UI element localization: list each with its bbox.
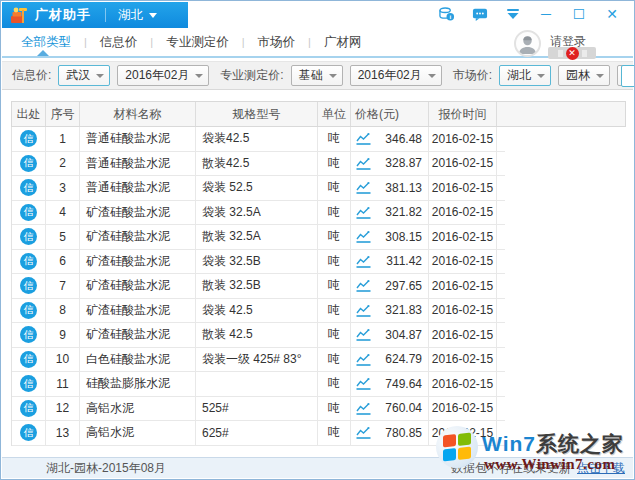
source-info-badge[interactable]: 信 — [20, 424, 37, 441]
minimize-button[interactable]: ─ — [538, 6, 554, 22]
info-city-dropdown[interactable]: 武汉 — [58, 65, 110, 86]
table-row[interactable]: 信 11 硅酸盐膨胀水泥 吨 749.64 2016-02-15 — [12, 372, 505, 397]
source-info-badge[interactable]: 信 — [20, 302, 37, 319]
tab-info-price[interactable]: 信息价 — [98, 34, 140, 51]
price-value: 749.64 — [385, 377, 422, 391]
price-trend-icon[interactable] — [355, 230, 372, 243]
source-info-badge[interactable]: 信 — [20, 204, 37, 221]
material-name: 硅酸盐膨胀水泥 — [80, 372, 196, 396]
source-info-badge[interactable]: 信 — [20, 130, 37, 147]
source-info-badge[interactable]: 信 — [20, 351, 37, 368]
maximize-button[interactable]: ☐ — [571, 6, 587, 22]
source-info-badge[interactable]: 信 — [20, 253, 37, 270]
table-row[interactable]: 信 7 矿渣硅酸盐水泥 散装 32.5B 吨 297.65 2016-02-15 — [12, 274, 505, 299]
price-trend-icon[interactable] — [355, 279, 372, 292]
tab-all-types[interactable]: 全部类型 — [19, 34, 73, 51]
source-info-badge[interactable]: 信 — [20, 155, 37, 172]
professional-type-dropdown[interactable]: 基础 — [291, 65, 343, 86]
price-trend-icon[interactable] — [355, 304, 372, 317]
download-link[interactable]: 点击下载 — [577, 460, 625, 477]
price-value: 760.04 — [385, 401, 422, 415]
tab-divider: | — [242, 36, 245, 48]
info-month-value: 2016年02月 — [125, 67, 189, 84]
price-value: 381.13 — [385, 181, 422, 195]
clipped-dropdown[interactable] — [621, 65, 635, 87]
table-row[interactable]: 信 3 普通硅酸盐水泥 袋装 52.5 吨 381.13 2016-02-15 — [12, 176, 505, 201]
source-info-badge[interactable]: 信 — [20, 179, 37, 196]
close-button[interactable]: ✕ — [604, 6, 620, 22]
active-tab-notch — [37, 50, 49, 56]
source-info-badge[interactable]: 信 — [20, 375, 37, 392]
price-trend-icon[interactable] — [355, 328, 372, 341]
unit: 吨 — [318, 421, 351, 445]
unit: 吨 — [318, 323, 351, 347]
region-selector[interactable]: 湖北 — [118, 7, 157, 24]
table-row[interactable]: 信 12 高铝水泥 525# 吨 760.04 2016-02-15 — [12, 397, 505, 422]
table-row[interactable]: 信 4 矿渣硅酸盐水泥 袋装 32.5A 吨 321.82 2016-02-15 — [12, 201, 505, 226]
price-value: 304.87 — [385, 328, 422, 342]
table-row[interactable]: 信 6 矿渣硅酸盐水泥 袋装 32.5B 吨 311.42 2016-02-15 — [12, 250, 505, 275]
quote-date: 2016-02-15 — [429, 274, 497, 298]
market-province-dropdown[interactable]: 湖北 — [499, 65, 551, 86]
price-trend-icon[interactable] — [355, 353, 372, 366]
price-value: 321.82 — [385, 205, 422, 219]
avatar[interactable] — [514, 30, 541, 57]
price-trend-icon[interactable] — [355, 402, 372, 415]
col-header-price: 价格(元) — [351, 102, 429, 126]
row-number: 2 — [46, 152, 80, 176]
row-number: 10 — [46, 348, 80, 372]
unit: 吨 — [318, 201, 351, 225]
market-category-dropdown[interactable]: 园林 — [558, 65, 610, 86]
table-row[interactable]: 信 13 高铝水泥 625# 吨 780.85 2016-02-15 — [12, 421, 505, 446]
table-header: 出处 序号 材料名称 规格型号 单位 价格(元) 报价时间 — [11, 101, 626, 127]
price-trend-icon[interactable] — [355, 426, 372, 439]
main-menu-arrow-icon[interactable] — [505, 6, 521, 22]
spec-model: 散装42.5 — [196, 152, 318, 176]
price-value: 311.42 — [386, 254, 422, 268]
info-month-dropdown[interactable]: 2016年02月 — [117, 65, 209, 86]
source-info-badge[interactable]: 信 — [20, 400, 37, 417]
material-name: 白色硅酸盐水泥 — [80, 348, 196, 372]
table-row[interactable]: 信 10 白色硅酸盐水泥 袋装一级 425# 83° 吨 624.79 2016… — [12, 348, 505, 373]
market-province-value: 湖北 — [507, 67, 531, 84]
row-number: 11 — [46, 372, 80, 396]
price-trend-icon[interactable] — [355, 255, 372, 268]
unit: 吨 — [318, 152, 351, 176]
professional-month-value: 2016年02月 — [358, 67, 422, 84]
price-trend-icon[interactable] — [355, 181, 372, 194]
price-value: 321.83 — [385, 303, 422, 317]
source-info-badge[interactable]: 信 — [20, 228, 37, 245]
price-trend-icon[interactable] — [355, 157, 372, 170]
price-value: 297.65 — [385, 279, 422, 293]
chevron-down-icon — [428, 74, 436, 78]
quote-date: 2016-02-15 — [429, 152, 497, 176]
table-row[interactable]: 信 1 普通硅酸盐水泥 袋装42.5 吨 346.48 2016-02-15 — [12, 127, 505, 152]
source-info-badge[interactable]: 信 — [20, 326, 37, 343]
tab-professional-price[interactable]: 专业测定价 — [164, 34, 231, 51]
message-icon[interactable] — [472, 6, 488, 22]
material-name: 矿渣硅酸盐水泥 — [80, 274, 196, 298]
source-info-badge[interactable]: 信 — [20, 277, 37, 294]
price-trend-icon[interactable] — [355, 206, 372, 219]
tab-market-price[interactable]: 市场价 — [256, 34, 298, 51]
unit: 吨 — [318, 397, 351, 421]
table-row[interactable]: 信 9 矿渣硅酸盐水泥 散装 42.5 吨 304.87 2016-02-15 — [12, 323, 505, 348]
professional-month-dropdown[interactable]: 2016年02月 — [350, 65, 442, 86]
price-table: 出处 序号 材料名称 规格型号 单位 价格(元) 报价时间 信 1 普通硅酸盐水… — [11, 101, 626, 446]
table-row[interactable]: 信 8 矿渣硅酸盐水泥 袋装 42.5 吨 321.83 2016-02-15 — [12, 299, 505, 324]
spec-model: 袋装42.5 — [196, 127, 318, 151]
market-category-value: 园林 — [566, 67, 590, 84]
material-name: 普通硅酸盐水泥 — [80, 152, 196, 176]
data-package-icon[interactable]: i — [439, 6, 455, 22]
price-trend-icon[interactable] — [355, 377, 372, 390]
row-number: 5 — [46, 225, 80, 249]
unit: 吨 — [318, 250, 351, 274]
quote-date: 2016-02-15 — [429, 421, 497, 445]
table-row[interactable]: 信 5 矿渣硅酸盐水泥 散装 32.5A 吨 308.15 2016-02-15 — [12, 225, 505, 250]
tab-gcw[interactable]: 广材网 — [322, 34, 364, 51]
table-row[interactable]: 信 2 普通硅酸盐水泥 散装42.5 吨 328.87 2016-02-15 — [12, 152, 505, 177]
price-trend-icon[interactable] — [355, 132, 372, 145]
quote-date: 2016-02-15 — [429, 201, 497, 225]
connection-status-pill[interactable]: ✕ — [548, 47, 596, 59]
row-number: 9 — [46, 323, 80, 347]
